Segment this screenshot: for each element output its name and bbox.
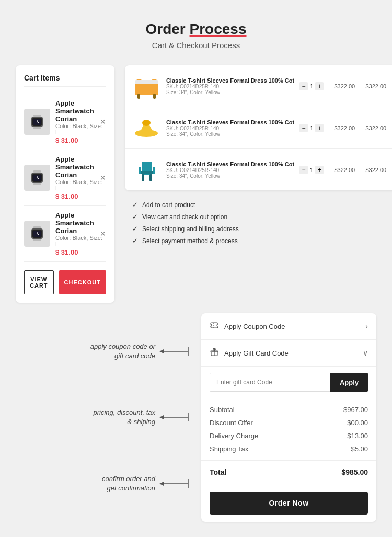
svg-rect-31 (142, 174, 144, 181)
cart-item-price: $ 31.00 (55, 192, 106, 200)
arrow-icon (159, 478, 191, 489)
right-top-panel: Classic T-shirt Sleeves Formal Dress 100… (125, 65, 392, 303)
svg-rect-25 (153, 94, 156, 99)
svg-rect-6 (33, 127, 41, 129)
svg-rect-34 (153, 167, 155, 174)
subtotal-row: Subtotal $967.00 (210, 406, 368, 414)
apply-coupon-row[interactable]: Apply Coupon Code › (201, 313, 376, 340)
svg-rect-26 (135, 80, 158, 84)
svg-rect-13 (33, 183, 41, 185)
quantity-decrease-button[interactable]: − (299, 82, 308, 90)
page-subtitle: Cart & Checkout Process (16, 41, 376, 50)
cart-buttons: VIEW CART CHECKOUT (24, 270, 106, 294)
annotation-pricing-text: pricing, discount, tax& shiping (93, 408, 155, 427)
product-quantity: − 1 + (299, 82, 324, 90)
checklist-label: Select payment method & process (142, 237, 238, 245)
cart-item: Apple Smartwatch Corian Color: Black, Si… (24, 94, 106, 150)
cart-item-remove-button[interactable]: ✕ (100, 230, 106, 238)
checklist-label: Add to cart product (142, 201, 195, 209)
checklist: ✓ Add to cart product ✓ View cart and ch… (125, 196, 392, 254)
annotation-order: confirm order andget confirmation (16, 469, 191, 498)
delivery-value: $13.00 (347, 432, 368, 440)
cart-item-info: Apple Smartwatch Corian Color: Black, Si… (55, 211, 106, 256)
quantity-decrease-button[interactable]: − (299, 124, 308, 132)
check-icon: ✓ (132, 201, 138, 209)
right-panel: Apply Coupon Code › (201, 313, 376, 522)
cart-item-price: $ 31.00 (55, 136, 106, 144)
svg-rect-33 (139, 167, 141, 174)
product-details: Classic T-shirt Sleeves Formal Dress 100… (166, 119, 294, 137)
discount-row: Discount Offer $00.00 (210, 419, 368, 427)
checklist-item: ✓ Select payment method & process (132, 237, 392, 245)
svg-rect-7 (33, 170, 41, 173)
product-details: Classic T-shirt Sleeves Formal Dress 100… (166, 161, 294, 179)
product-item: Classic T-shirt Sleeves Formal Dress 100… (125, 107, 392, 149)
product-size: Size: 34", Color: Yellow (166, 89, 294, 95)
quantity-value: 1 (310, 83, 313, 89)
product-quantity: − 1 + (299, 124, 324, 132)
svg-point-28 (142, 120, 151, 126)
product-sku: SKU: C0214D25R-140 (166, 84, 294, 89)
check-icon: ✓ (132, 225, 138, 233)
apply-gift-row[interactable]: Apply Gift Card Code ∨ (201, 340, 376, 367)
cart-item-remove-button[interactable]: ✕ (100, 174, 106, 182)
product-list: Classic T-shirt Sleeves Formal Dress 100… (125, 65, 392, 190)
checklist-label: View cart and check out option (142, 213, 227, 221)
subtotal-label: Subtotal (210, 406, 235, 414)
product-item: Classic T-shirt Sleeves Formal Dress 100… (125, 149, 392, 190)
total-label: Total (210, 468, 226, 476)
tax-label: Shipping Tax (210, 445, 248, 453)
cart-item-image (24, 165, 50, 191)
cart-item-image (24, 221, 50, 247)
cart-item-remove-button[interactable]: ✕ (100, 118, 106, 126)
title-plain: Order (146, 21, 190, 37)
cart-item-info: Apple Smartwatch Corian Color: Black, Si… (55, 99, 106, 144)
gift-icon (210, 347, 219, 359)
apply-gift-button[interactable]: Apply (330, 373, 368, 392)
annotation-order-text: confirm order andget confirmation (102, 474, 155, 493)
svg-rect-24 (137, 94, 140, 99)
quantity-decrease-button[interactable]: − (299, 166, 308, 174)
quantity-increase-button[interactable]: + (315, 166, 324, 174)
product-name: Classic T-shirt Sleeves Formal Dress 100… (166, 119, 294, 125)
product-total: $322.00 (360, 167, 386, 173)
checkout-button[interactable]: CHECKOUT (59, 270, 106, 294)
arrow-icon (159, 346, 191, 357)
tax-row: Shipping Tax $5.00 (210, 445, 368, 453)
checklist-label: Select shipping and billing address (142, 225, 239, 233)
product-price: $322.00 (329, 125, 355, 131)
quantity-increase-button[interactable]: + (315, 124, 324, 132)
product-details: Classic T-shirt Sleeves Formal Dress 100… (166, 77, 294, 95)
total-row: Total $985.00 (201, 461, 376, 484)
annotation-coupon-text: apply coupon code orgift card code (90, 342, 155, 361)
quantity-increase-button[interactable]: + (315, 82, 324, 90)
tax-value: $5.00 (351, 445, 368, 453)
title-underline: Process (190, 21, 247, 37)
total-value: $985.00 (341, 468, 368, 476)
cart-item-price: $ 31.00 (55, 248, 106, 256)
svg-rect-20 (33, 239, 41, 241)
product-total: $322.00 (360, 83, 386, 89)
view-cart-button[interactable]: VIEW CART (24, 270, 54, 294)
product-name: Classic T-shirt Sleeves Formal Dress 100… (166, 161, 294, 167)
product-size: Size: 34", Color: Yellow (166, 173, 294, 179)
cart-item: Apple Smartwatch Corian Color: Black, Si… (24, 206, 106, 262)
cart-panel: Cart Items Apple Smartwatch Corian (16, 65, 114, 303)
product-total: $322.00 (360, 125, 386, 131)
svg-rect-30 (140, 171, 154, 174)
order-now-button[interactable]: Order Now (210, 492, 368, 515)
gift-card-input[interactable] (210, 373, 330, 392)
coupon-icon (210, 321, 219, 332)
product-image (132, 113, 161, 142)
svg-marker-42 (159, 482, 164, 486)
discount-value: $00.00 (347, 419, 368, 427)
product-price: $322.00 (329, 167, 355, 173)
cart-item-color: Color: Black, Size: L (55, 123, 106, 135)
coupon-row-left: Apply Coupon Code (210, 321, 285, 332)
check-icon: ✓ (132, 237, 138, 245)
product-image (132, 155, 161, 184)
svg-rect-0 (33, 115, 41, 117)
quantity-value: 1 (310, 167, 313, 173)
product-sku: SKU: C0214D25R-140 (166, 125, 294, 131)
svg-marker-39 (159, 415, 164, 419)
